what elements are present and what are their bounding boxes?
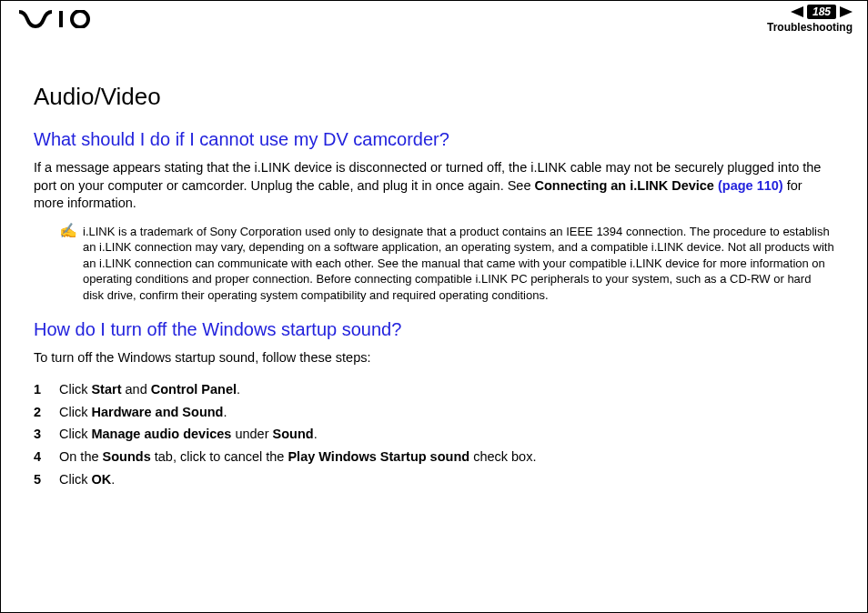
svg-rect-0 bbox=[59, 11, 63, 27]
question-2-intro: To turn off the Windows startup sound, f… bbox=[34, 349, 834, 367]
note-icon: ✍ bbox=[59, 224, 77, 304]
page-content: Audio/Video What should I do if I cannot… bbox=[1, 37, 867, 508]
note-block: ✍ i.LINK is a trademark of Sony Corporat… bbox=[59, 224, 834, 304]
step-item: 2 Click Hardware and Sound. bbox=[34, 401, 834, 424]
question-1-heading: What should I do if I cannot use my DV c… bbox=[34, 129, 834, 150]
step-text: Click Start and Control Panel. bbox=[59, 378, 240, 401]
step-number: 4 bbox=[34, 446, 46, 468]
vaio-logo bbox=[19, 10, 101, 28]
step-number: 3 bbox=[34, 423, 46, 446]
svg-marker-3 bbox=[840, 6, 853, 17]
note-text: i.LINK is a trademark of Sony Corporatio… bbox=[83, 224, 834, 304]
svg-marker-2 bbox=[791, 6, 803, 17]
step-text: Click Manage audio devices under Sound. bbox=[59, 423, 318, 446]
page-number-badge: 185 bbox=[807, 5, 836, 19]
step-text: On the Sounds tab, click to cancel the P… bbox=[59, 446, 536, 468]
step-number: 1 bbox=[34, 378, 46, 401]
step-text: Click OK. bbox=[59, 468, 115, 491]
next-page-arrow-icon[interactable] bbox=[840, 6, 853, 17]
svg-point-1 bbox=[72, 11, 88, 27]
page-header: 185 Troubleshooting bbox=[1, 1, 867, 37]
question-2-heading: How do I turn off the Windows startup so… bbox=[34, 319, 834, 340]
page-title: Audio/Video bbox=[34, 83, 834, 111]
step-item: 1 Click Start and Control Panel. bbox=[34, 378, 834, 401]
step-text: Click Hardware and Sound. bbox=[59, 401, 227, 424]
header-right: 185 Troubleshooting bbox=[767, 5, 853, 34]
steps-list: 1 Click Start and Control Panel. 2 Click… bbox=[34, 378, 834, 490]
step-item: 3 Click Manage audio devices under Sound… bbox=[34, 423, 834, 446]
step-number: 5 bbox=[34, 468, 46, 491]
q1-page-link[interactable]: (page 110) bbox=[718, 178, 783, 193]
prev-page-arrow-icon[interactable] bbox=[791, 6, 803, 17]
step-number: 2 bbox=[34, 401, 46, 424]
section-label: Troubleshooting bbox=[767, 21, 853, 34]
step-item: 4 On the Sounds tab, click to cancel the… bbox=[34, 446, 834, 468]
question-1-body: If a message appears stating that the i.… bbox=[34, 159, 834, 213]
step-item: 5 Click OK. bbox=[34, 468, 834, 491]
page-navigation: 185 bbox=[767, 5, 853, 19]
q1-text-bold: Connecting an i.LINK Device bbox=[535, 178, 718, 193]
